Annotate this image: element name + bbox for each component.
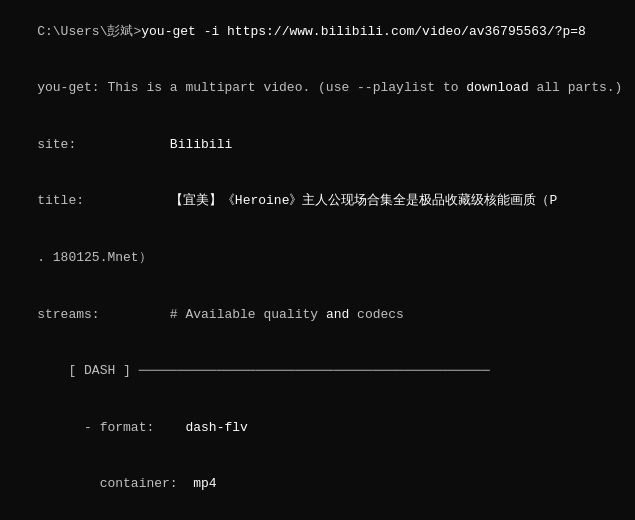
command-text: you-get -i https://www.bilibili.com/vide… bbox=[141, 24, 586, 39]
and-word: download bbox=[466, 80, 528, 95]
title-cont-text: . 180125.Mnet） bbox=[37, 250, 151, 265]
dash-header-text: [ DASH ] ───────────────────────────────… bbox=[37, 363, 489, 378]
format1-container-label: container: bbox=[37, 476, 193, 491]
format1-container-value: mp4 bbox=[193, 476, 216, 491]
format1-container-line: container: mp4 bbox=[6, 456, 629, 513]
site-label: site: bbox=[37, 137, 170, 152]
title-continuation: . 180125.Mnet） bbox=[6, 230, 629, 287]
prompt-text: C:\Users\彭斌> bbox=[37, 24, 141, 39]
streams-line: streams: # Available quality and codecs bbox=[6, 287, 629, 344]
multipart-warning: you-get: This is a multipart video. (use… bbox=[6, 61, 629, 118]
format1-format-line: - format: dash-flv bbox=[6, 400, 629, 457]
format1-label: - format: bbox=[37, 420, 185, 435]
cmd-prompt-line: C:\Users\彭斌>you-get -i https://www.bilib… bbox=[6, 4, 629, 61]
streams-text: streams: # Available quality bbox=[37, 307, 326, 322]
title-value: 【宜美】《Heroine》主人公现场合集全是极品收藏级核能画质（P bbox=[170, 193, 557, 208]
and-word: and bbox=[326, 307, 349, 322]
dash-header-line: [ DASH ] ───────────────────────────────… bbox=[6, 343, 629, 400]
site-value: Bilibili bbox=[170, 137, 232, 152]
site-line: site: Bilibili bbox=[6, 117, 629, 174]
title-label: title: bbox=[37, 193, 170, 208]
terminal-window[interactable]: C:\Users\彭斌>you-get -i https://www.bilib… bbox=[0, 0, 635, 520]
warning-text: you-get: This is a multipart video. (use… bbox=[37, 80, 466, 95]
title-line: title: 【宜美】《Heroine》主人公现场合集全是极品收藏级核能画质（P bbox=[6, 174, 629, 231]
format1-value: dash-flv bbox=[185, 420, 247, 435]
format1-quality-line: quality: 高清 1080P bbox=[6, 513, 629, 520]
